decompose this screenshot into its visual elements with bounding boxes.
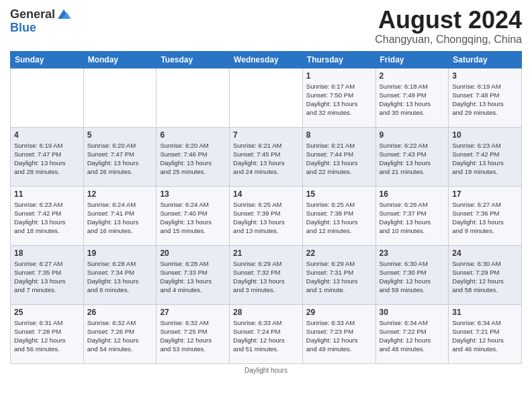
logo: General Blue <box>10 7 71 34</box>
table-row: 18Sunrise: 6:27 AM Sunset: 7:35 PM Dayli… <box>11 245 84 304</box>
calendar-week-row: 11Sunrise: 6:23 AM Sunset: 7:42 PM Dayli… <box>11 186 522 245</box>
day-info: Sunrise: 6:20 AM Sunset: 7:46 PM Dayligh… <box>160 141 226 177</box>
day-info: Sunrise: 6:33 AM Sunset: 7:23 PM Dayligh… <box>306 318 372 354</box>
day-number: 27 <box>160 308 226 317</box>
table-row <box>83 68 157 127</box>
day-info: Sunrise: 6:20 AM Sunset: 7:47 PM Dayligh… <box>87 141 153 177</box>
logo-general-text: General <box>10 8 55 20</box>
day-info: Sunrise: 6:17 AM Sunset: 7:50 PM Dayligh… <box>306 82 372 118</box>
table-row: 9Sunrise: 6:22 AM Sunset: 7:43 PM Daylig… <box>375 127 449 186</box>
table-row: 2Sunrise: 6:18 AM Sunset: 7:49 PM Daylig… <box>375 68 449 127</box>
day-info: Sunrise: 6:32 AM Sunset: 7:25 PM Dayligh… <box>160 318 226 354</box>
table-row: 13Sunrise: 6:24 AM Sunset: 7:40 PM Dayli… <box>157 186 230 245</box>
calendar-week-row: 18Sunrise: 6:27 AM Sunset: 7:35 PM Dayli… <box>11 245 522 304</box>
table-row: 7Sunrise: 6:21 AM Sunset: 7:45 PM Daylig… <box>230 127 303 186</box>
day-number: 20 <box>160 248 226 258</box>
title-block: August 2024 Changyuan, Chongqing, China <box>375 7 522 46</box>
day-number: 21 <box>233 248 299 258</box>
day-info: Sunrise: 6:25 AM Sunset: 7:39 PM Dayligh… <box>233 200 299 236</box>
table-row: 26Sunrise: 6:32 AM Sunset: 7:26 PM Dayli… <box>83 304 157 363</box>
footer: Daylight hours <box>10 367 522 374</box>
day-info: Sunrise: 6:19 AM Sunset: 7:48 PM Dayligh… <box>452 82 518 118</box>
day-number: 4 <box>14 130 80 140</box>
calendar-subtitle: Changyuan, Chongqing, China <box>375 34 522 46</box>
table-row: 12Sunrise: 6:24 AM Sunset: 7:41 PM Dayli… <box>83 186 157 245</box>
table-row: 22Sunrise: 6:29 AM Sunset: 7:31 PM Dayli… <box>302 245 375 304</box>
day-number: 13 <box>160 189 226 199</box>
calendar-week-row: 4Sunrise: 6:19 AM Sunset: 7:47 PM Daylig… <box>11 127 522 186</box>
day-number: 10 <box>452 130 518 140</box>
header-thursday: Thursday <box>302 51 375 68</box>
table-row: 23Sunrise: 6:30 AM Sunset: 7:30 PM Dayli… <box>375 245 449 304</box>
header-friday: Friday <box>375 51 449 68</box>
calendar-week-row: 1Sunrise: 6:17 AM Sunset: 7:50 PM Daylig… <box>11 68 522 127</box>
day-info: Sunrise: 6:34 AM Sunset: 7:22 PM Dayligh… <box>380 318 445 354</box>
day-info: Sunrise: 6:21 AM Sunset: 7:44 PM Dayligh… <box>306 141 372 177</box>
header-saturday: Saturday <box>449 51 522 68</box>
page: General Blue August 2024 Changyuan, Chon… <box>0 0 532 381</box>
day-info: Sunrise: 6:26 AM Sunset: 7:37 PM Dayligh… <box>380 200 445 236</box>
table-row: 3Sunrise: 6:19 AM Sunset: 7:48 PM Daylig… <box>449 68 522 127</box>
table-row: 28Sunrise: 6:33 AM Sunset: 7:24 PM Dayli… <box>230 304 303 363</box>
calendar-title: August 2024 <box>375 7 522 34</box>
day-number: 30 <box>380 308 445 317</box>
table-row: 8Sunrise: 6:21 AM Sunset: 7:44 PM Daylig… <box>302 127 375 186</box>
day-info: Sunrise: 6:21 AM Sunset: 7:45 PM Dayligh… <box>233 141 299 177</box>
day-number: 25 <box>14 308 80 317</box>
day-info: Sunrise: 6:31 AM Sunset: 7:28 PM Dayligh… <box>14 318 80 354</box>
day-info: Sunrise: 6:27 AM Sunset: 7:36 PM Dayligh… <box>452 200 518 236</box>
table-row: 5Sunrise: 6:20 AM Sunset: 7:47 PM Daylig… <box>83 127 157 186</box>
day-info: Sunrise: 6:30 AM Sunset: 7:29 PM Dayligh… <box>452 259 518 295</box>
day-number: 24 <box>452 248 518 258</box>
day-number: 22 <box>306 248 372 258</box>
table-row: 6Sunrise: 6:20 AM Sunset: 7:46 PM Daylig… <box>157 127 230 186</box>
table-row: 17Sunrise: 6:27 AM Sunset: 7:36 PM Dayli… <box>449 186 522 245</box>
table-row: 15Sunrise: 6:25 AM Sunset: 7:38 PM Dayli… <box>302 186 375 245</box>
day-number: 9 <box>380 130 445 140</box>
table-row: 21Sunrise: 6:29 AM Sunset: 7:32 PM Dayli… <box>230 245 303 304</box>
day-number: 23 <box>380 248 445 258</box>
day-number: 16 <box>380 189 445 199</box>
table-row <box>157 68 230 127</box>
day-info: Sunrise: 6:25 AM Sunset: 7:38 PM Dayligh… <box>306 200 372 236</box>
table-row: 1Sunrise: 6:17 AM Sunset: 7:50 PM Daylig… <box>302 68 375 127</box>
day-number: 17 <box>452 189 518 199</box>
day-number: 26 <box>87 308 153 317</box>
table-row: 10Sunrise: 6:23 AM Sunset: 7:42 PM Dayli… <box>449 127 522 186</box>
table-row: 19Sunrise: 6:28 AM Sunset: 7:34 PM Dayli… <box>83 245 157 304</box>
day-number: 31 <box>452 308 518 317</box>
day-info: Sunrise: 6:18 AM Sunset: 7:49 PM Dayligh… <box>380 82 445 118</box>
day-info: Sunrise: 6:29 AM Sunset: 7:32 PM Dayligh… <box>233 259 299 295</box>
day-number: 6 <box>160 130 226 140</box>
logo-icon <box>56 7 71 21</box>
table-row: 4Sunrise: 6:19 AM Sunset: 7:47 PM Daylig… <box>11 127 84 186</box>
day-number: 29 <box>306 308 372 317</box>
calendar-table: Sunday Monday Tuesday Wednesday Thursday… <box>10 51 522 364</box>
table-row: 27Sunrise: 6:32 AM Sunset: 7:25 PM Dayli… <box>157 304 230 363</box>
table-row: 25Sunrise: 6:31 AM Sunset: 7:28 PM Dayli… <box>11 304 84 363</box>
day-info: Sunrise: 6:34 AM Sunset: 7:21 PM Dayligh… <box>452 318 518 354</box>
day-info: Sunrise: 6:24 AM Sunset: 7:40 PM Dayligh… <box>160 200 226 236</box>
day-number: 8 <box>306 130 372 140</box>
table-row: 24Sunrise: 6:30 AM Sunset: 7:29 PM Dayli… <box>449 245 522 304</box>
table-row: 31Sunrise: 6:34 AM Sunset: 7:21 PM Dayli… <box>449 304 522 363</box>
table-row: 11Sunrise: 6:23 AM Sunset: 7:42 PM Dayli… <box>11 186 84 245</box>
table-row <box>11 68 84 127</box>
day-number: 28 <box>233 308 299 317</box>
day-info: Sunrise: 6:30 AM Sunset: 7:30 PM Dayligh… <box>380 259 445 295</box>
day-info: Sunrise: 6:19 AM Sunset: 7:47 PM Dayligh… <box>14 141 80 177</box>
header-wednesday: Wednesday <box>230 51 303 68</box>
header-sunday: Sunday <box>11 51 84 68</box>
day-info: Sunrise: 6:33 AM Sunset: 7:24 PM Dayligh… <box>233 318 299 354</box>
day-number: 11 <box>14 189 80 199</box>
header-tuesday: Tuesday <box>157 51 230 68</box>
day-info: Sunrise: 6:28 AM Sunset: 7:33 PM Dayligh… <box>160 259 226 295</box>
day-number: 3 <box>452 71 518 81</box>
day-info: Sunrise: 6:29 AM Sunset: 7:31 PM Dayligh… <box>306 259 372 295</box>
table-row <box>230 68 303 127</box>
weekday-header-row: Sunday Monday Tuesday Wednesday Thursday… <box>11 51 522 68</box>
table-row: 30Sunrise: 6:34 AM Sunset: 7:22 PM Dayli… <box>375 304 449 363</box>
daylight-label: Daylight hours <box>245 367 287 374</box>
table-row: 14Sunrise: 6:25 AM Sunset: 7:39 PM Dayli… <box>230 186 303 245</box>
table-row: 20Sunrise: 6:28 AM Sunset: 7:33 PM Dayli… <box>157 245 230 304</box>
